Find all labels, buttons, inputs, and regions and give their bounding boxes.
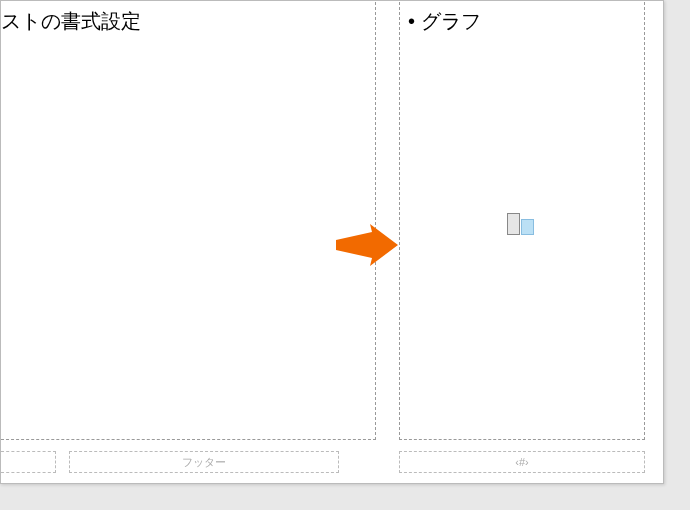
footer-label: フッター: [182, 455, 226, 470]
content-placeholder-left[interactable]: ストの書式設定: [1, 2, 376, 440]
insert-chart-button[interactable]: [505, 207, 539, 235]
footer-placeholder[interactable]: フッター: [69, 451, 339, 473]
svg-marker-0: [336, 224, 398, 266]
bullet-dot-icon: •: [408, 8, 415, 34]
arrow-right-icon: [332, 220, 402, 274]
slide-number-placeholder[interactable]: ‹#›: [399, 451, 645, 473]
date-placeholder[interactable]: [1, 451, 56, 473]
slide-number-label: ‹#›: [515, 456, 528, 468]
placeholder-text: ストの書式設定: [1, 2, 375, 35]
bullet-text: グラフ: [421, 8, 481, 35]
chart-icon: [505, 207, 539, 235]
content-placeholder-right[interactable]: • グラフ: [399, 2, 645, 440]
bullet-item: • グラフ: [400, 2, 644, 35]
